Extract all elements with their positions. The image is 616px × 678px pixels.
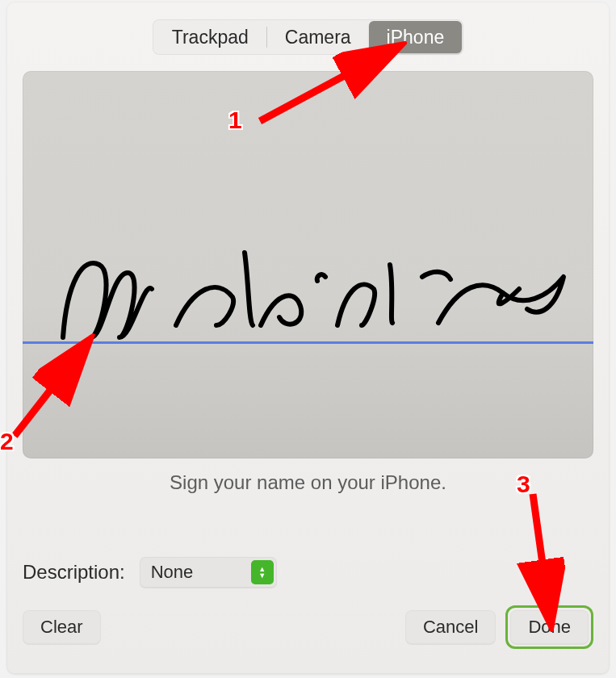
button-row: Clear Cancel Done — [23, 605, 593, 649]
signature-stroke — [55, 232, 580, 354]
source-segmented-control[interactable]: Trackpad Camera iPhone — [153, 19, 463, 55]
description-row: Description: None — [23, 557, 593, 588]
done-button[interactable]: Done — [510, 610, 589, 644]
signature-baseline — [23, 341, 593, 344]
cancel-button[interactable]: Cancel — [405, 610, 496, 644]
description-popup[interactable]: None — [140, 557, 277, 588]
segment-camera[interactable]: Camera — [267, 21, 369, 53]
segment-iphone[interactable]: iPhone — [369, 21, 463, 53]
description-label: Description: — [23, 561, 125, 584]
done-highlight: Done — [505, 605, 593, 649]
instruction-text: Sign your name on your iPhone. — [23, 471, 593, 494]
signature-dialog: Trackpad Camera iPhone Sign your name on… — [6, 2, 610, 674]
clear-button[interactable]: Clear — [23, 610, 101, 644]
description-value: None — [151, 562, 194, 583]
signature-canvas[interactable] — [23, 71, 593, 458]
chevron-up-down-icon — [251, 560, 274, 584]
segment-trackpad[interactable]: Trackpad — [154, 21, 266, 53]
